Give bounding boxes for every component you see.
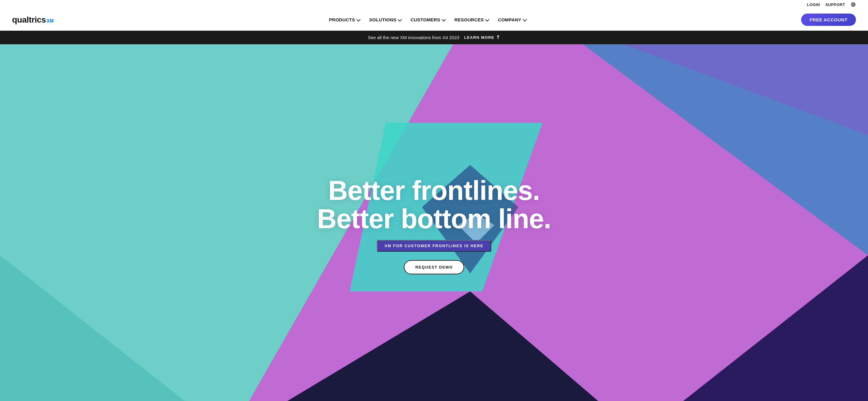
navbar: qualtricsXM PRODUCTS SOLUTIONS CUSTOMERS… [0, 9, 868, 31]
chevron-down-icon [398, 17, 402, 21]
nav-item-company[interactable]: COMPANY [494, 15, 530, 25]
nav-label-resources: RESOURCES [455, 17, 484, 22]
hero-content: Better frontlines. Better bottom line. X… [311, 170, 557, 280]
hero-title-line1: Better frontlines. [328, 175, 540, 206]
logo-text: qualtrics [12, 15, 46, 25]
nav-label-company: COMPANY [498, 17, 521, 22]
logo[interactable]: qualtricsXM [12, 15, 54, 25]
hero-title-line2: Better bottom line. [317, 204, 551, 234]
logo-xm: XM [46, 19, 54, 24]
learn-more-label: LEARN MORE [464, 35, 494, 40]
support-link[interactable]: SUPPORT [825, 2, 845, 7]
nav-label-customers: CUSTOMERS [410, 17, 440, 22]
request-demo-button[interactable]: REQUEST DEMO [404, 260, 464, 274]
nav-label-solutions: SOLUTIONS [369, 17, 396, 22]
nav-item-solutions[interactable]: SOLUTIONS [365, 15, 405, 25]
chevron-down-icon [485, 17, 490, 21]
chevron-down-icon [523, 17, 527, 21]
nav-item-products[interactable]: PRODUCTS [324, 15, 364, 25]
nav-links: PRODUCTS SOLUTIONS CUSTOMERS RESOURCES [324, 15, 530, 25]
chevron-down-icon [356, 17, 361, 21]
login-link[interactable]: LOGIN [807, 2, 820, 7]
nav-item-customers[interactable]: CUSTOMERS [406, 15, 449, 25]
hero-title: Better frontlines. Better bottom line. [317, 176, 551, 233]
globe-icon[interactable] [850, 2, 856, 7]
learn-more-link[interactable]: LEARN MORE ↗ [464, 35, 500, 40]
arrow-diagonal-icon: ↗ [495, 34, 502, 41]
announcement-banner: See all the new XM innovations from X4 2… [0, 31, 868, 44]
nav-label-products: PRODUCTS [329, 17, 355, 22]
utility-bar: LOGIN SUPPORT [0, 0, 868, 9]
free-account-button[interactable]: FREE ACCOUNT [801, 13, 856, 26]
announcement-text: See all the new XM innovations from X4 2… [368, 35, 459, 40]
hero-section: Better frontlines. Better bottom line. X… [0, 44, 868, 401]
chevron-down-icon [441, 17, 446, 21]
nav-item-resources[interactable]: RESOURCES [450, 15, 493, 25]
hero-badge-button[interactable]: XM FOR CUSTOMER FRONTLINES IS HERE [377, 240, 491, 252]
